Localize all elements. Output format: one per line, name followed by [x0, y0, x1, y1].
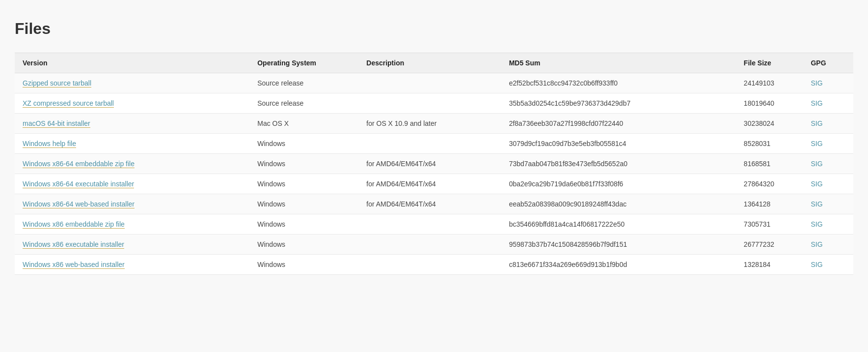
table-row: Gzipped source tarballSource releasee2f5…: [15, 73, 853, 93]
md5-cell: 959873b37b74c1508428596b7f9df151: [501, 235, 736, 255]
file-link[interactable]: Windows help file: [23, 140, 76, 148]
file-link[interactable]: Windows x86-64 executable installer: [23, 180, 134, 188]
description-cell: [358, 93, 501, 114]
os-cell: Source release: [249, 73, 358, 93]
gpg-sig-link[interactable]: SIG: [811, 99, 822, 107]
os-cell: Windows: [249, 174, 358, 194]
os-cell: Windows: [249, 194, 358, 214]
md5-cell: 0ba2e9ca29b719da6e0b81f7f33f08f6: [501, 174, 736, 194]
col-header-md5: MD5 Sum: [501, 53, 736, 73]
md5-cell: bc354669bffd81a4ca14f06817222e50: [501, 214, 736, 235]
table-row: Windows help fileWindows3079d9cf19ac09d7…: [15, 134, 853, 154]
md5-cell: 35b5a3d0254c1c59be9736373d429db7: [501, 93, 736, 114]
md5-cell: eeab52a08398a009c90189248ff43dac: [501, 194, 736, 214]
filesize-cell: 8168581: [736, 154, 803, 174]
os-cell: Windows: [249, 214, 358, 235]
table-row: Windows x86-64 web-based installerWindow…: [15, 194, 853, 214]
table-row: XZ compressed source tarballSource relea…: [15, 93, 853, 114]
filesize-cell: 26777232: [736, 235, 803, 255]
filesize-cell: 1364128: [736, 194, 803, 214]
table-row: macOS 64-bit installerMac OS Xfor OS X 1…: [15, 114, 853, 134]
gpg-sig-link[interactable]: SIG: [811, 180, 822, 188]
gpg-sig-link[interactable]: SIG: [811, 220, 822, 228]
gpg-sig-link[interactable]: SIG: [811, 79, 822, 87]
file-link[interactable]: XZ compressed source tarball: [23, 99, 114, 108]
os-cell: Windows: [249, 235, 358, 255]
file-link[interactable]: Windows x86 web-based installer: [23, 261, 125, 269]
table-row: Windows x86-64 embeddable zip fileWindow…: [15, 154, 853, 174]
filesize-cell: 27864320: [736, 174, 803, 194]
filesize-cell: 1328184: [736, 255, 803, 275]
gpg-sig-link[interactable]: SIG: [811, 200, 822, 208]
filesize-cell: 8528031: [736, 134, 803, 154]
md5-cell: 73bd7aab047b81f83e473efb5d5652a0: [501, 154, 736, 174]
table-row: Windows x86 embeddable zip fileWindowsbc…: [15, 214, 853, 235]
file-link[interactable]: Windows x86-64 embeddable zip file: [23, 160, 135, 168]
filesize-cell: 30238024: [736, 114, 803, 134]
file-link[interactable]: Windows x86 embeddable zip file: [23, 220, 125, 229]
file-link[interactable]: Windows x86-64 web-based installer: [23, 200, 135, 208]
gpg-sig-link[interactable]: SIG: [811, 240, 822, 248]
col-header-gpg: GPG: [803, 53, 853, 73]
gpg-sig-link[interactable]: SIG: [811, 119, 822, 127]
gpg-sig-link[interactable]: SIG: [811, 160, 822, 168]
description-cell: for OS X 10.9 and later: [358, 114, 501, 134]
table-header-row: Version Operating System Description MD5…: [15, 53, 853, 73]
file-link[interactable]: Windows x86 executable installer: [23, 240, 124, 249]
file-link[interactable]: Gzipped source tarball: [23, 79, 91, 88]
col-header-os: Operating System: [249, 53, 358, 73]
gpg-sig-link[interactable]: SIG: [811, 140, 822, 147]
filesize-cell: 18019640: [736, 93, 803, 114]
table-row: Windows x86 executable installerWindows9…: [15, 235, 853, 255]
description-cell: [358, 235, 501, 255]
md5-cell: e2f52bcf531c8cc94732c0b6ff933ff0: [501, 73, 736, 93]
description-cell: [358, 134, 501, 154]
os-cell: Windows: [249, 255, 358, 275]
gpg-sig-link[interactable]: SIG: [811, 261, 822, 268]
os-cell: Source release: [249, 93, 358, 114]
filesize-cell: 7305731: [736, 214, 803, 235]
os-cell: Mac OS X: [249, 114, 358, 134]
description-cell: for AMD64/EM64T/x64: [358, 174, 501, 194]
col-header-version: Version: [15, 53, 249, 73]
file-link[interactable]: macOS 64-bit installer: [23, 119, 90, 128]
files-table: Version Operating System Description MD5…: [15, 53, 853, 275]
md5-cell: 3079d9cf19ac09d7b3e5eb3fb05581c4: [501, 134, 736, 154]
os-cell: Windows: [249, 134, 358, 154]
col-header-filesize: File Size: [736, 53, 803, 73]
table-row: Windows x86 web-based installerWindowsc8…: [15, 255, 853, 275]
page-title: Files: [15, 20, 853, 38]
filesize-cell: 24149103: [736, 73, 803, 93]
description-cell: for AMD64/EM64T/x64: [358, 154, 501, 174]
col-header-description: Description: [358, 53, 501, 73]
md5-cell: c813e6671f334a269e669d913b1f9b0d: [501, 255, 736, 275]
md5-cell: 2f8a736eeb307a27f1998cfd07f22440: [501, 114, 736, 134]
description-cell: for AMD64/EM64T/x64: [358, 194, 501, 214]
description-cell: [358, 214, 501, 235]
description-cell: [358, 73, 501, 93]
os-cell: Windows: [249, 154, 358, 174]
description-cell: [358, 255, 501, 275]
table-row: Windows x86-64 executable installerWindo…: [15, 174, 853, 194]
